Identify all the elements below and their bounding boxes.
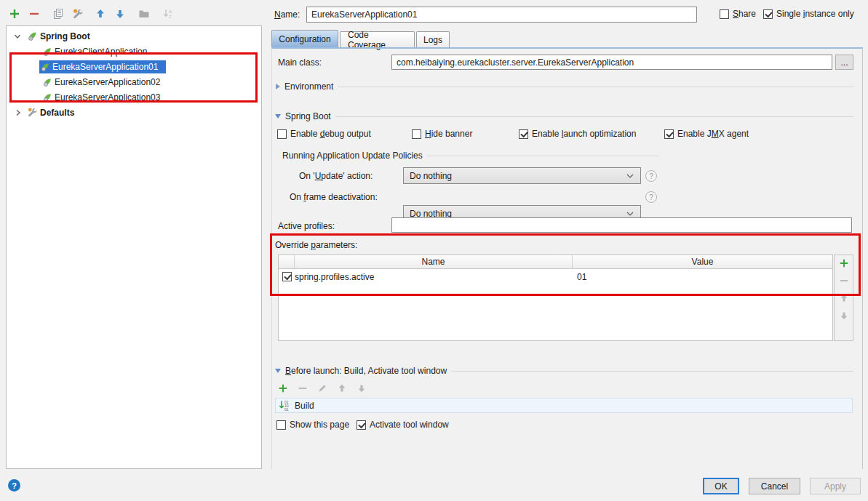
tab-label: Logs [423, 35, 442, 45]
checkbox-box[interactable] [519, 129, 528, 139]
folder-icon[interactable] [138, 8, 150, 20]
edit-task-pencil-icon[interactable] [317, 383, 327, 393]
share-checkbox[interactable]: Share [720, 9, 756, 19]
tab-configuration[interactable]: Configuration [271, 30, 338, 47]
checkbox-column-header [279, 255, 295, 268]
table-toolbar [834, 254, 853, 341]
help-icon[interactable]: ? [645, 191, 657, 203]
tree-node-label: Spring Boot [38, 31, 92, 41]
name-input[interactable] [306, 7, 697, 23]
move-down-icon[interactable] [114, 8, 126, 20]
remove-task-icon[interactable] [298, 383, 308, 393]
help-button[interactable]: ? [8, 479, 20, 492]
single-instance-checkbox-box[interactable] [763, 9, 773, 19]
enable-debug-output-checkbox[interactable]: Enable debug output [277, 129, 371, 139]
move-up-icon[interactable] [95, 8, 106, 20]
tree-node-eureka-server-02[interactable]: EurekaServerApplication02 [7, 74, 261, 89]
single-instance-checkbox[interactable]: Single instance only [763, 9, 854, 19]
tree-node-spring-boot[interactable]: Spring Boot [7, 28, 261, 44]
table-header: Name Value [279, 255, 832, 269]
tab-bar: Configuration Code Coverage Logs [271, 31, 862, 47]
cancel-label: Cancel [761, 481, 788, 492]
tree-node-label: EurekaServerApplication03 [52, 92, 162, 103]
expanded-triangle-icon[interactable] [275, 369, 281, 373]
remove-icon[interactable] [28, 8, 40, 20]
on-update-action-select[interactable]: Do nothing [403, 167, 641, 184]
svg-text:z: z [169, 14, 172, 19]
param-value-cell[interactable]: 01 [573, 272, 832, 282]
before-launch-task-build[interactable]: 011001 Build [275, 398, 853, 413]
expanded-triangle-icon[interactable] [275, 114, 281, 119]
browse-main-class-button[interactable]: ... [835, 55, 853, 70]
ok-button[interactable]: OK [703, 478, 739, 494]
sort-alphabetically-icon[interactable]: az [162, 8, 174, 20]
move-task-down-icon[interactable] [357, 383, 367, 393]
before-launch-label: Before launch: Build, Activate tool wind… [285, 366, 447, 376]
table-row[interactable]: spring.profiles.active 01 [279, 269, 832, 284]
share-checkbox-label: Share [733, 9, 756, 19]
divider [451, 371, 853, 372]
help-icon[interactable]: ? [645, 170, 657, 182]
single-instance-checkbox-label: Single instance only [776, 9, 854, 19]
spring-boot-section-header[interactable]: Spring Boot [275, 111, 853, 121]
value-column-header[interactable]: Value [573, 255, 832, 268]
tree-node-eureka-client[interactable]: EurekaClientApplication [7, 44, 261, 59]
apply-button[interactable]: Apply [810, 478, 861, 494]
checkbox-box[interactable] [357, 420, 366, 430]
svg-text:a: a [169, 9, 172, 14]
override-parameters-table[interactable]: Name Value spring.profiles.active 01 [278, 254, 833, 341]
hide-banner-checkbox[interactable]: Hide banner [412, 129, 472, 139]
configurations-tree: Spring Boot EurekaClientApplication Eure… [6, 25, 262, 469]
enable-jmx-agent-checkbox[interactable]: Enable JMX agent [664, 129, 749, 139]
checkbox-box[interactable] [664, 129, 674, 139]
configuration-panel: Main class: ... Environment Spring Boot … [271, 47, 863, 469]
checkbox-label: Enable debug output [290, 129, 371, 139]
chevron-expanded-icon[interactable] [14, 33, 21, 40]
cancel-button[interactable]: Cancel [749, 478, 800, 494]
share-checkbox-box[interactable] [720, 9, 729, 19]
environment-section-header[interactable]: Environment [276, 81, 853, 92]
move-parameter-down-icon[interactable] [839, 310, 849, 321]
move-task-up-icon[interactable] [337, 383, 347, 393]
name-column-header[interactable]: Name [295, 255, 573, 268]
spring-boot-icon [42, 77, 52, 87]
tree-node-eureka-server-03[interactable]: EurekaServerApplication03 [7, 89, 261, 105]
on-frame-deactivation-label: On frame deactivation: [290, 192, 378, 202]
tree-node-eureka-server-01[interactable]: EurekaServerApplication01 [7, 59, 261, 74]
tab-code-coverage[interactable]: Code Coverage [340, 31, 415, 47]
activate-tool-window-checkbox[interactable]: Activate tool window [357, 420, 449, 430]
main-class-label: Main class: [278, 57, 322, 68]
name-label: Name: [274, 9, 300, 20]
collapsed-triangle-icon[interactable] [276, 84, 280, 89]
main-class-input[interactable] [391, 55, 832, 70]
remove-parameter-icon[interactable] [839, 276, 849, 286]
chevron-collapsed-icon[interactable] [15, 109, 22, 116]
move-parameter-up-icon[interactable] [839, 293, 849, 303]
selected-option: Do nothing [410, 171, 452, 181]
ok-label: OK [714, 481, 727, 492]
row-checkbox[interactable] [282, 272, 292, 281]
active-profiles-input[interactable] [391, 217, 852, 233]
checkbox-box[interactable] [277, 129, 287, 139]
edit-defaults-wrench-icon[interactable] [72, 8, 84, 20]
tree-node-defaults[interactable]: Defaults [7, 105, 261, 120]
browse-label: ... [840, 57, 848, 68]
checkbox-label: Enable launch optimization [532, 129, 636, 139]
checkbox-box[interactable] [276, 420, 286, 430]
checkbox-box[interactable] [412, 129, 421, 139]
show-this-page-checkbox[interactable]: Show this page [276, 420, 349, 430]
checkbox-label: Activate tool window [370, 420, 449, 430]
add-task-icon[interactable] [278, 383, 288, 393]
add-icon[interactable] [9, 8, 20, 20]
task-label: Build [295, 401, 314, 411]
svg-text:01: 01 [284, 407, 289, 412]
enable-launch-optimization-checkbox[interactable]: Enable launch optimization [519, 129, 636, 139]
copy-icon[interactable] [52, 8, 64, 20]
param-name-cell[interactable]: spring.profiles.active [295, 272, 573, 282]
update-policies-group: Running Application Update Policies [282, 151, 659, 161]
tab-logs[interactable]: Logs [416, 31, 450, 47]
add-parameter-icon[interactable] [839, 258, 849, 268]
spring-boot-icon [42, 47, 52, 57]
before-launch-section-header[interactable]: Before launch: Build, Activate tool wind… [275, 366, 853, 376]
tab-label: Configuration [279, 34, 330, 44]
